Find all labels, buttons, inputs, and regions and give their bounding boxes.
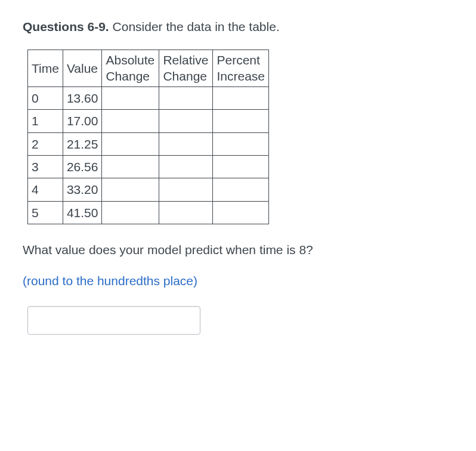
cell-pct: [213, 156, 269, 178]
cell-rel: [159, 201, 213, 224]
col-header-value: Value: [63, 50, 102, 87]
cell-abs: [102, 87, 159, 109]
table-row: 3 26.56: [28, 156, 269, 178]
col-header-rel-l2: Change: [163, 69, 207, 83]
cell-pct: [213, 110, 269, 132]
question-text: What value does your model predict when …: [23, 241, 453, 258]
col-header-relative-change: Relative Change: [159, 50, 213, 87]
col-header-absolute-change: Absolute Change: [102, 50, 159, 87]
table-header-row: Time Value Absolute Change Relative Chan…: [28, 50, 269, 87]
cell-abs: [102, 178, 159, 201]
cell-time: 4: [28, 178, 63, 201]
cell-time: 5: [28, 201, 63, 224]
cell-pct: [213, 132, 269, 155]
cell-value: 41.50: [63, 201, 102, 224]
cell-time: 3: [28, 156, 63, 178]
cell-rel: [159, 132, 213, 155]
cell-rel: [159, 110, 213, 132]
col-header-pct-l1: Percent: [217, 53, 259, 67]
col-header-abs-l2: Change: [106, 69, 150, 83]
cell-abs: [102, 201, 159, 224]
col-header-abs-l1: Absolute: [106, 53, 154, 67]
cell-abs: [102, 110, 159, 132]
question-heading: Questions 6-9. Consider the data in the …: [23, 18, 453, 35]
cell-pct: [213, 201, 269, 224]
instruction-main: round to the hundredths place: [27, 274, 193, 288]
cell-value: 21.25: [63, 132, 102, 155]
cell-time: 1: [28, 110, 63, 132]
cell-value: 33.20: [63, 178, 102, 201]
table-row: 1 17.00: [28, 110, 269, 132]
instruction-close: ): [193, 274, 197, 288]
cell-rel: [159, 178, 213, 201]
col-header-percent-increase: Percent Increase: [213, 50, 269, 87]
cell-rel: [159, 156, 213, 178]
table-row: 2 21.25: [28, 132, 269, 155]
cell-value: 26.56: [63, 156, 102, 178]
table-row: 5 41.50: [28, 201, 269, 224]
question-heading-bold: Questions 6-9.: [23, 20, 109, 33]
answer-input[interactable]: [27, 306, 200, 335]
table-row: 4 33.20: [28, 178, 269, 201]
cell-value: 13.60: [63, 87, 102, 109]
col-header-time: Time: [28, 50, 63, 87]
cell-abs: [102, 156, 159, 178]
cell-rel: [159, 87, 213, 109]
cell-pct: [213, 87, 269, 109]
cell-pct: [213, 178, 269, 201]
table-row: 0 13.60: [28, 87, 269, 109]
col-header-rel-l1: Relative: [163, 53, 208, 67]
data-table: Time Value Absolute Change Relative Chan…: [27, 50, 269, 224]
cell-time: 0: [28, 87, 63, 109]
col-header-pct-l2: Increase: [217, 69, 265, 83]
cell-abs: [102, 132, 159, 155]
cell-value: 17.00: [63, 110, 102, 132]
instruction-text: (round to the hundredths place): [23, 272, 453, 289]
instruction-open: (: [23, 274, 27, 288]
cell-time: 2: [28, 132, 63, 155]
question-heading-rest: Consider the data in the table.: [109, 20, 280, 33]
